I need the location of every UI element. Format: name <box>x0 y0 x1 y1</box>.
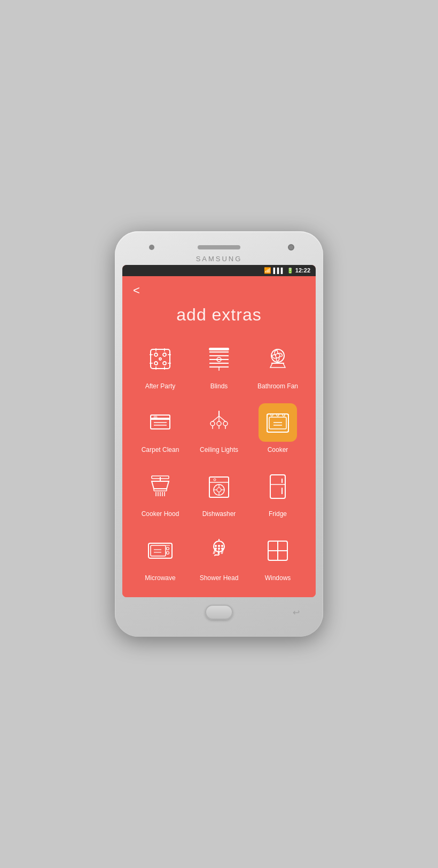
svg-point-1 <box>154 353 158 356</box>
wifi-icon: 📶 <box>264 267 271 274</box>
dishwasher-icon <box>205 473 233 501</box>
microwave-icon <box>146 537 174 565</box>
item-after-party[interactable]: After Party <box>133 338 187 393</box>
shower-head-icon-wrap <box>200 531 238 570</box>
cooker-icon <box>264 409 292 436</box>
svg-rect-41 <box>269 417 286 429</box>
svg-rect-14 <box>209 348 229 350</box>
svg-point-85 <box>215 545 216 546</box>
microwave-icon-wrap <box>141 531 179 570</box>
svg-line-33 <box>219 416 225 421</box>
phone-screen: 📶 ▌▌▌ 🔋 12:22 < add extras <box>122 265 316 597</box>
windows-icon-wrap <box>259 531 297 570</box>
status-icons: 📶 ▌▌▌ 🔋 12:22 <box>264 267 310 274</box>
shower-icon <box>205 537 233 565</box>
fridge-icon <box>264 473 292 501</box>
back-nav-icon: ↩ <box>293 607 300 617</box>
svg-point-38 <box>223 421 228 426</box>
svg-point-4 <box>163 362 166 365</box>
svg-point-45 <box>277 414 279 416</box>
item-cooker-hood[interactable]: Cooker Hood <box>133 465 187 521</box>
cooker-label: Cooker <box>268 446 288 455</box>
carpet-clean-icon-wrap <box>141 403 179 442</box>
svg-point-84 <box>222 548 223 549</box>
blinds-icon <box>205 345 233 373</box>
app-content: < add extras <box>122 276 316 597</box>
blinds-icon-wrap <box>200 340 238 378</box>
fridge-icon-wrap <box>259 467 297 506</box>
svg-point-83 <box>218 548 220 549</box>
svg-point-73 <box>167 547 169 550</box>
item-ceiling-lights[interactable]: Ceiling Lights <box>192 401 246 457</box>
dishwasher-label: Dishwasher <box>202 510 236 519</box>
after-party-label: After Party <box>145 382 176 391</box>
item-carpet-clean[interactable]: Carpet Clean <box>133 401 187 457</box>
ceiling-lights-label: Ceiling Lights <box>200 446 238 455</box>
svg-point-3 <box>154 362 158 365</box>
svg-rect-0 <box>151 349 170 369</box>
item-windows[interactable]: Windows <box>251 529 305 585</box>
svg-point-86 <box>218 545 220 546</box>
svg-point-74 <box>167 551 169 554</box>
after-party-icon-wrap <box>141 340 179 378</box>
front-camera <box>149 245 154 250</box>
chandelier-icon <box>205 409 233 436</box>
sparkles-icon <box>146 345 174 373</box>
window-icon <box>264 537 292 565</box>
svg-rect-40 <box>267 414 288 432</box>
shower-head-label: Shower Head <box>200 574 239 583</box>
carpet-icon <box>146 409 174 436</box>
item-shower-head[interactable]: Shower Head <box>192 529 246 585</box>
back-button[interactable]: < <box>133 285 140 296</box>
svg-rect-66 <box>270 475 285 498</box>
svg-point-82 <box>215 548 216 549</box>
svg-point-36 <box>217 421 221 426</box>
speaker <box>198 245 240 249</box>
home-button[interactable] <box>205 605 233 620</box>
cooker-hood-label: Cooker Hood <box>142 510 179 519</box>
page-title: add extras <box>133 305 305 325</box>
fan-icon <box>264 345 292 373</box>
svg-point-34 <box>210 421 215 426</box>
svg-point-44 <box>271 414 273 416</box>
phone-top-bar <box>122 241 316 255</box>
svg-rect-29 <box>154 416 157 418</box>
dishwasher-icon-wrap <box>200 467 238 506</box>
battery-icon: 🔋 <box>287 268 293 273</box>
svg-point-46 <box>283 414 285 416</box>
phone-brand: SAMSUNG <box>122 255 316 263</box>
phone-device: SAMSUNG 📶 ▌▌▌ 🔋 12:22 < add extras <box>115 231 323 637</box>
cooker-hood-icon-wrap <box>141 467 179 506</box>
rear-camera-indicator <box>288 244 294 251</box>
cooker-hood-icon <box>146 473 174 501</box>
item-microwave[interactable]: Microwave <box>133 529 187 585</box>
svg-point-65 <box>214 479 216 481</box>
status-time: 12:22 <box>295 267 310 273</box>
svg-line-31 <box>213 416 219 421</box>
svg-point-60 <box>217 488 221 492</box>
bathroom-fan-label: Bathroom Fan <box>257 382 298 391</box>
svg-point-2 <box>163 353 166 356</box>
bathroom-fan-icon-wrap <box>259 340 297 378</box>
item-dishwasher[interactable]: Dishwasher <box>192 465 246 521</box>
windows-label: Windows <box>265 574 291 583</box>
svg-rect-71 <box>151 545 166 556</box>
ceiling-lights-icon-wrap <box>200 403 238 442</box>
fridge-label: Fridge <box>269 510 287 519</box>
carpet-clean-label: Carpet Clean <box>142 446 179 455</box>
status-bar: 📶 ▌▌▌ 🔋 12:22 <box>122 265 316 276</box>
item-bathroom-fan[interactable]: Bathroom Fan <box>251 338 305 393</box>
item-blinds[interactable]: Blinds <box>192 338 246 393</box>
phone-bottom: ↩ <box>122 597 316 625</box>
cooker-icon-wrap <box>259 403 297 442</box>
signal-icon: ▌▌▌ <box>273 268 285 273</box>
microwave-label: Microwave <box>145 574 175 583</box>
item-cooker[interactable]: Cooker <box>251 401 305 457</box>
blinds-label: Blinds <box>210 382 228 391</box>
svg-point-87 <box>222 545 223 546</box>
svg-rect-49 <box>154 489 167 491</box>
extras-grid: After Party <box>133 338 305 584</box>
item-fridge[interactable]: Fridge <box>251 465 305 521</box>
svg-point-5 <box>159 358 161 360</box>
